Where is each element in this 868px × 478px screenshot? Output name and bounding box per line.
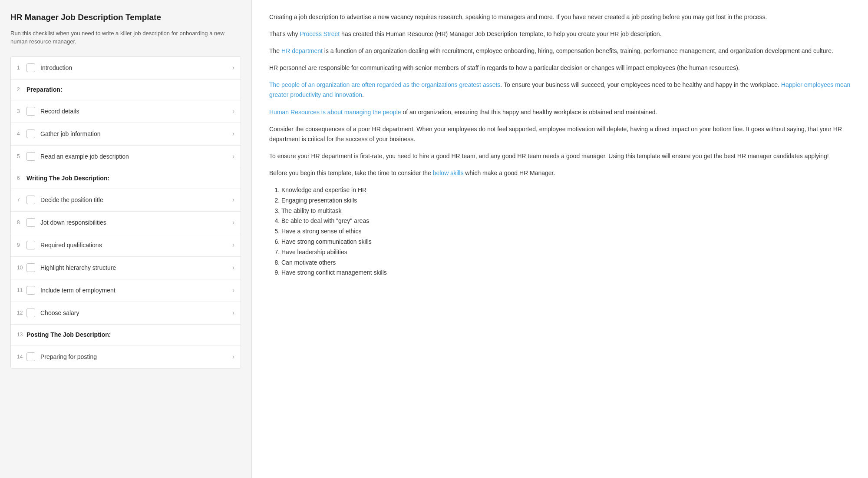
section-label: Preparation: xyxy=(26,86,234,93)
checklist-task-item[interactable]: 1 Introduction › xyxy=(11,57,241,80)
item-number: 5 xyxy=(17,153,26,159)
task-label: Choose salary xyxy=(40,309,229,316)
task-label: Decide the position title xyxy=(40,196,229,203)
intro-paragraph-5: The people of an organization are often … xyxy=(269,80,851,100)
task-checkbox[interactable] xyxy=(26,352,35,361)
chevron-right-icon: › xyxy=(232,153,234,160)
task-checkbox[interactable] xyxy=(26,107,35,116)
item-number: 3 xyxy=(17,108,26,114)
skills-list: Knowledge and expertise in HREngaging pr… xyxy=(281,185,851,278)
task-label: Gather job information xyxy=(40,130,229,137)
people-assets-link[interactable]: The people of an organization are often … xyxy=(269,81,500,88)
task-checkbox[interactable] xyxy=(26,218,35,227)
item-number: 7 xyxy=(17,197,26,203)
section-label: Posting The Job Description: xyxy=(26,331,234,338)
item-number: 12 xyxy=(17,310,26,316)
left-panel: HR Manager Job Description Template Run … xyxy=(0,0,252,478)
chevron-right-icon: › xyxy=(232,264,234,272)
checklist: 1 Introduction › 2 Preparation: 3 Record… xyxy=(10,56,241,368)
task-checkbox[interactable] xyxy=(26,309,35,317)
checklist-task-item[interactable]: 11 Include term of employment › xyxy=(11,279,241,302)
below-skills-link[interactable]: below skills xyxy=(433,169,464,176)
chevron-right-icon: › xyxy=(232,130,234,138)
task-label: Record details xyxy=(40,108,229,115)
item-number: 14 xyxy=(17,354,26,360)
checklist-task-item[interactable]: 8 Jot down responsibilities › xyxy=(11,212,241,234)
hr-department-link[interactable]: HR department xyxy=(281,47,323,54)
item-number: 4 xyxy=(17,131,26,137)
task-label: Preparing for posting xyxy=(40,353,229,360)
list-item: Knowledge and expertise in HR xyxy=(281,185,851,196)
task-label: Include term of employment xyxy=(40,287,229,294)
chevron-right-icon: › xyxy=(232,241,234,249)
chevron-right-icon: › xyxy=(232,196,234,204)
intro-paragraph-2: That's why Process Street has created th… xyxy=(269,29,851,39)
chevron-right-icon: › xyxy=(232,64,234,72)
checklist-section-header: 6 Writing The Job Description: xyxy=(11,168,241,189)
chevron-right-icon: › xyxy=(232,219,234,226)
process-street-link[interactable]: Process Street xyxy=(300,30,340,37)
list-item: Have strong conflict management skills xyxy=(281,268,851,278)
chevron-right-icon: › xyxy=(232,353,234,361)
list-item: Have leadership abilities xyxy=(281,247,851,258)
task-checkbox[interactable] xyxy=(26,241,35,249)
checklist-task-item[interactable]: 5 Read an example job description › xyxy=(11,146,241,168)
task-label: Required qualifications xyxy=(40,242,229,249)
intro-paragraph-3: The HR department is a function of an or… xyxy=(269,46,851,56)
task-label: Read an example job description xyxy=(40,153,229,160)
item-number: 8 xyxy=(17,219,26,226)
task-checkbox[interactable] xyxy=(26,196,35,204)
list-item: Can motivate others xyxy=(281,258,851,268)
item-number: 10 xyxy=(17,265,26,271)
checklist-task-item[interactable]: 14 Preparing for posting › xyxy=(11,345,241,368)
task-checkbox[interactable] xyxy=(26,129,35,138)
page-title: HR Manager Job Description Template xyxy=(10,12,241,23)
list-item: The ability to multitask xyxy=(281,206,851,216)
checklist-task-item[interactable]: 10 Highlight hierarchy structure › xyxy=(11,257,241,279)
intro-paragraph-8: To ensure your HR department is first-ra… xyxy=(269,151,851,161)
checklist-section-header: 2 Preparation: xyxy=(11,80,241,100)
task-checkbox[interactable] xyxy=(26,286,35,295)
checklist-task-item[interactable]: 9 Required qualifications › xyxy=(11,234,241,257)
section-label: Writing The Job Description: xyxy=(26,175,234,182)
right-panel: Creating a job description to advertise … xyxy=(252,0,868,478)
list-item: Engaging presentation skills xyxy=(281,196,851,206)
item-number: 13 xyxy=(17,332,26,338)
intro-paragraph-4: HR personnel are responsible for communi… xyxy=(269,63,851,73)
checklist-task-item[interactable]: 7 Decide the position title › xyxy=(11,189,241,212)
task-checkbox[interactable] xyxy=(26,63,35,72)
task-label: Introduction xyxy=(40,64,229,71)
checklist-task-item[interactable]: 3 Record details › xyxy=(11,100,241,123)
intro-paragraph-9: Before you begin this template, take the… xyxy=(269,168,851,178)
item-number: 9 xyxy=(17,242,26,248)
task-label: Jot down responsibilities xyxy=(40,219,229,226)
checklist-task-item[interactable]: 4 Gather job information › xyxy=(11,123,241,146)
chevron-right-icon: › xyxy=(232,309,234,317)
checklist-section-header: 13 Posting The Job Description: xyxy=(11,325,241,345)
list-item: Have strong communication skills xyxy=(281,237,851,247)
intro-paragraph-6: Human Resources is about managing the pe… xyxy=(269,107,851,117)
item-number: 1 xyxy=(17,65,26,71)
list-item: Be able to deal with "grey" areas xyxy=(281,216,851,226)
list-item: Have a strong sense of ethics xyxy=(281,226,851,237)
chevron-right-icon: › xyxy=(232,107,234,115)
task-checkbox[interactable] xyxy=(26,263,35,272)
intro-paragraph-1: Creating a job description to advertise … xyxy=(269,12,851,22)
item-number: 2 xyxy=(17,86,26,93)
intro-paragraph-7: Consider the consequences of a poor HR d… xyxy=(269,124,851,144)
task-label: Highlight hierarchy structure xyxy=(40,264,229,271)
hr-managing-link[interactable]: Human Resources is about managing the pe… xyxy=(269,109,401,116)
chevron-right-icon: › xyxy=(232,286,234,294)
item-number: 6 xyxy=(17,175,26,181)
checklist-task-item[interactable]: 12 Choose salary › xyxy=(11,302,241,325)
task-checkbox[interactable] xyxy=(26,152,35,161)
item-number: 11 xyxy=(17,287,26,293)
page-subtitle: Run this checklist when you need to writ… xyxy=(10,29,241,46)
